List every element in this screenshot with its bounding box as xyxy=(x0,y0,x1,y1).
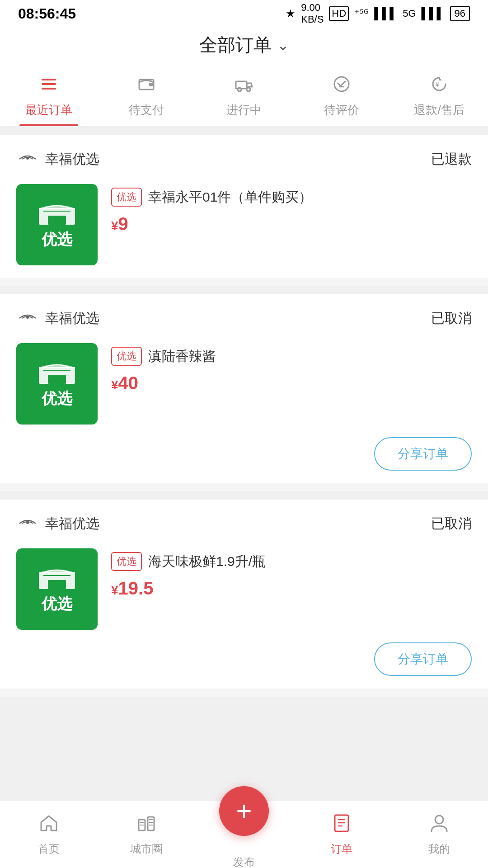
product-name-row-1: 优选 幸福永平01件（单件购买） xyxy=(111,188,472,207)
svg-point-11 xyxy=(26,157,29,160)
status-time: 08:56:45 xyxy=(18,5,76,22)
nav-item-publish[interactable]: + 发布 xyxy=(195,800,293,868)
battery-icon: 96 xyxy=(450,6,470,21)
product-name-1: 幸福永平01件（单件购买） xyxy=(148,188,312,207)
tab-pending-review[interactable]: 待评价 xyxy=(293,63,390,126)
tag-youxuan-2: 优选 xyxy=(111,347,142,366)
signal-bars-2: ▌▌▌ xyxy=(422,7,445,20)
product-name-row-3: 优选 海天味极鲜1.9升/瓶 xyxy=(111,552,472,571)
nav-label-home: 首页 xyxy=(38,842,60,856)
city-icon xyxy=(136,812,157,838)
shop-name-3: 幸福优选 xyxy=(45,514,99,533)
tab-pending-pay[interactable]: 待支付 xyxy=(98,63,195,126)
product-image-3: 优选 xyxy=(16,548,98,630)
svg-point-21 xyxy=(26,521,29,524)
order-header-2: 幸福优选 已取消 xyxy=(0,294,488,339)
share-order-button-3[interactable]: 分享订单 xyxy=(374,642,472,676)
product-price-1: ¥9 xyxy=(111,214,472,234)
wallet-icon xyxy=(136,74,156,99)
tab-pending-pay-label: 待支付 xyxy=(129,102,164,118)
shop-name-2: 幸福优选 xyxy=(45,309,99,328)
refund-icon: ¥ xyxy=(429,74,449,99)
nav-label-profile: 我的 xyxy=(428,842,450,856)
order-status-3: 已取消 xyxy=(431,514,472,533)
order-item-3: 优选 优选 海天味极鲜1.9升/瓶 ¥19.5 xyxy=(0,544,488,642)
tag-youxuan-3: 优选 xyxy=(111,552,142,571)
tag-youxuan-1: 优选 xyxy=(111,188,142,207)
product-info-1: 优选 幸福永平01件（单件购买） ¥9 xyxy=(111,184,472,234)
section-divider-2 xyxy=(0,286,488,294)
product-info-3: 优选 海天味极鲜1.9升/瓶 ¥19.5 xyxy=(111,548,472,599)
product-image-2: 优选 xyxy=(16,343,98,425)
svg-rect-27 xyxy=(148,817,154,830)
price-symbol-2: ¥ xyxy=(111,378,118,392)
product-name-row-2: 优选 滇陆香辣酱 xyxy=(111,347,472,366)
order-status-1: 已退款 xyxy=(431,150,472,169)
profile-icon xyxy=(429,812,450,838)
publish-button[interactable]: + xyxy=(219,786,269,836)
shop-name-1: 幸福优选 xyxy=(45,150,99,169)
shop-logo-icon-2 xyxy=(16,307,39,330)
signal-5g-1: ⁺⁵ᴳ xyxy=(354,8,369,19)
tab-in-progress[interactable]: 进行中 xyxy=(195,63,293,126)
order-item-2: 优选 优选 滇陆香辣酱 ¥40 xyxy=(0,339,488,437)
price-value-2: 40 xyxy=(118,373,139,393)
status-icons: ★ 9.00KB/S HD ⁺⁵ᴳ ▌▌▌ 5G ▌▌▌ 96 xyxy=(286,2,470,25)
status-bar: 08:56:45 ★ 9.00KB/S HD ⁺⁵ᴳ ▌▌▌ 5G ▌▌▌ 96 xyxy=(0,0,488,27)
order-tab-bar: 最近订单 待支付 进行中 xyxy=(0,63,488,127)
header-title-group[interactable]: 全部订单 ⌄ xyxy=(199,33,289,57)
review-icon xyxy=(332,74,352,99)
product-name-3: 海天味极鲜1.9升/瓶 xyxy=(148,552,266,571)
list-icon xyxy=(39,74,59,99)
nav-label-publish: 发布 xyxy=(233,855,255,868)
svg-point-37 xyxy=(435,816,443,824)
price-symbol-1: ¥ xyxy=(111,219,118,233)
orders-icon xyxy=(331,812,352,838)
signal-bars-1: ▌▌▌ xyxy=(374,7,397,20)
hd-icon: HD xyxy=(329,6,349,21)
tab-refund-label: 退款/售后 xyxy=(414,102,464,118)
order-header-3: 幸福优选 已取消 xyxy=(0,500,488,544)
svg-point-7 xyxy=(247,88,250,91)
shop-logo-icon-1 xyxy=(16,148,39,170)
tab-recent-orders[interactable]: 最近订单 xyxy=(0,63,98,126)
product-image-1: 优选 xyxy=(16,184,98,265)
shop-info-3: 幸福优选 xyxy=(16,512,99,535)
section-divider-3 xyxy=(0,491,488,500)
order-status-2: 已取消 xyxy=(431,309,472,328)
nav-item-city[interactable]: 城市圈 xyxy=(98,812,195,856)
price-symbol-3: ¥ xyxy=(111,583,118,597)
signal-5g-2: 5G xyxy=(403,8,416,19)
share-order-button-2[interactable]: 分享订单 xyxy=(374,437,472,471)
dropdown-arrow-icon[interactable]: ⌄ xyxy=(277,37,289,54)
order-footer-2: 分享订单 xyxy=(0,437,488,483)
product-price-3: ¥19.5 xyxy=(111,578,472,599)
svg-text:¥: ¥ xyxy=(435,81,439,88)
page-header: 全部订单 ⌄ xyxy=(0,27,488,63)
product-price-2: ¥40 xyxy=(111,373,472,393)
page-title: 全部订单 xyxy=(199,33,272,57)
nav-item-orders[interactable]: 订单 xyxy=(293,812,390,856)
bluetooth-icon: ★ xyxy=(286,7,296,20)
section-divider-top xyxy=(0,127,488,135)
order-header-1: 幸福优选 已退款 xyxy=(0,135,488,179)
svg-rect-4 xyxy=(149,83,154,86)
svg-rect-14 xyxy=(48,216,66,225)
price-value-1: 9 xyxy=(118,214,128,234)
tab-pending-review-label: 待评价 xyxy=(324,102,359,118)
youxuan-text-3: 优选 xyxy=(42,594,72,614)
shop-info-2: 幸福优选 xyxy=(16,307,99,330)
nav-item-profile[interactable]: 我的 xyxy=(390,812,488,856)
order-footer-3: 分享订单 xyxy=(0,642,488,689)
nav-label-city: 城市圈 xyxy=(130,842,163,856)
product-name-2: 滇陆香辣酱 xyxy=(148,347,216,366)
product-info-2: 优选 滇陆香辣酱 ¥40 xyxy=(111,343,472,393)
order-card-3: 幸福优选 已取消 优选 优选 海天味极鲜1.9升/瓶 ¥19.5 xyxy=(0,500,488,689)
publish-plus-icon: + xyxy=(236,797,252,825)
svg-point-16 xyxy=(26,316,29,319)
order-card-2: 幸福优选 已取消 优选 优选 滇陆香辣酱 ¥40 分享订单 xyxy=(0,294,488,483)
home-icon xyxy=(38,812,59,838)
tab-refund[interactable]: ¥ 退款/售后 xyxy=(390,63,488,126)
nav-item-home[interactable]: 首页 xyxy=(0,812,98,856)
order-item-1: 优选 优选 幸福永平01件（单件购买） ¥9 xyxy=(0,179,488,278)
